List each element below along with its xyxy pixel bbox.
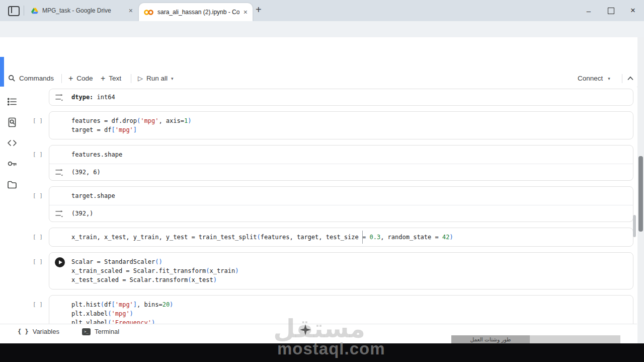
tab-close-icon[interactable]: × (244, 9, 248, 16)
output-icon[interactable] (55, 169, 64, 176)
run-all-button[interactable]: ▷ Run all ▾ (138, 70, 174, 86)
notebook-cell[interactable]: [ ]x_train, x_test, y_train, y_test = tr… (49, 228, 633, 247)
output-icon[interactable] (55, 94, 64, 101)
code-token: int64 (93, 94, 115, 101)
text-cursor (362, 231, 363, 244)
run-all-label: Run all (146, 75, 168, 82)
add-text-button[interactable]: + Text (101, 70, 121, 86)
code-token: , random_state = (380, 234, 442, 241)
code-snippets-icon[interactable] (7, 138, 17, 148)
code-token: = (362, 234, 369, 241)
code-token: x_test_scaled = Scalar.transform (71, 276, 188, 283)
code-token: x_test (191, 276, 213, 283)
collapse-header-icon[interactable] (627, 76, 634, 81)
new-tab-button[interactable]: + (256, 4, 262, 16)
code-editor[interactable]: target.shape (49, 187, 633, 205)
chevron-down-icon: ▾ (171, 76, 174, 81)
maximize-button[interactable] (600, 0, 622, 21)
notebook-cell[interactable]: [ ]Scalar = StandardScaler()x_train_scal… (49, 252, 633, 289)
close-button[interactable]: × (622, 0, 644, 21)
left-sidebar (0, 87, 25, 324)
code-token: ( (257, 234, 260, 241)
code-token: 42 (442, 234, 449, 241)
code-token: [ (111, 301, 115, 308)
code-editor[interactable]: features = df.drop('mpg', axis=1)target … (49, 112, 633, 139)
cell-execution-gutter[interactable]: [ ] (33, 234, 43, 240)
add-text-label: Text (109, 75, 121, 82)
connect-button[interactable]: Connect ▾ (578, 70, 610, 86)
braces-icon: { } (18, 328, 29, 335)
code-editor[interactable]: Scalar = StandardScaler()x_train_scaled … (49, 253, 633, 289)
add-code-button[interactable]: + Code (68, 70, 93, 86)
cell-output: dtype: int64 (49, 89, 633, 105)
code-token: ) (188, 117, 191, 124)
watermark-spark-icon (300, 324, 311, 335)
cell-execution-gutter[interactable]: [ ] (33, 258, 43, 265)
divider (24, 6, 24, 16)
code-token: () (155, 258, 162, 265)
code-token: (392, 6) (71, 169, 101, 176)
code-token: plt.xlabel (71, 310, 108, 317)
maximize-icon (608, 8, 614, 14)
code-line: plt.hist(df['mpg'], bins=20) (71, 300, 633, 309)
terminal-icon: >_ (82, 328, 91, 335)
terminal-label: Terminal (95, 328, 119, 335)
cell-execution-gutter[interactable]: [ ] (33, 117, 43, 124)
cell-execution-gutter[interactable]: [ ] (33, 301, 43, 308)
code-token: 'mpg' (115, 126, 133, 133)
tab-google-drive[interactable]: MPG_task - Google Drive × (26, 0, 138, 21)
cell-output: (392, 6) (49, 164, 633, 180)
code-token: 20 (163, 301, 170, 308)
notebook-cell[interactable]: [ ]target.shape(392,) (49, 186, 633, 222)
code-editor[interactable]: x_train, x_test, y_train, y_test = train… (49, 228, 633, 246)
browser-scrollbar-thumb[interactable] (638, 156, 643, 232)
code-token: , axis= (158, 117, 184, 124)
tab-colab[interactable]: sara_ali_hassan (2).ipynb - Colab × (139, 3, 253, 21)
code-token: target.shape (71, 192, 115, 199)
code-token: ) (449, 234, 453, 241)
code-line: features = df.drop('mpg', axis=1) (71, 116, 633, 125)
minimize-button[interactable]: – (578, 0, 600, 21)
output-icon[interactable] (55, 210, 64, 218)
tooltip-text: طور وشتات العمل (470, 336, 511, 342)
run-cell-button[interactable] (55, 257, 65, 267)
cell-output: (392,) (49, 205, 633, 222)
code-token: x_train_scaled = Scalar.fit_transform (71, 267, 206, 274)
table-of-contents-icon[interactable] (7, 97, 17, 107)
find-replace-icon[interactable] (7, 117, 17, 127)
code-token: [ (111, 126, 115, 133)
notebook-cell[interactable]: [ ]features.shape(392, 6) (49, 145, 633, 181)
terminal-button[interactable]: >_ Terminal (82, 328, 119, 335)
notebook-cell[interactable]: dtype: int64 (49, 89, 633, 106)
code-token: ) (130, 310, 133, 317)
notebook-scrollbar-thumb[interactable] (633, 215, 636, 237)
code-token: df (104, 301, 111, 308)
code-token: 'mpg' (115, 301, 133, 308)
code-line: Scalar = StandardScaler() (71, 257, 633, 266)
tab-actions-icon[interactable] (8, 6, 20, 16)
code-line: target = df['mpg'] (71, 125, 633, 134)
colab-toolbar: Commands + Code + Text ▷ Run all ▾ Conne… (0, 70, 644, 87)
code-line: x_test_scaled = Scalar.transform(x_test) (71, 275, 633, 284)
cell-execution-gutter[interactable]: [ ] (33, 151, 43, 158)
code-token: plt.ylabel (71, 319, 108, 324)
variables-button[interactable]: { } Variables (18, 328, 59, 335)
code-token: ( (101, 301, 104, 308)
commands-label: Commands (19, 75, 54, 82)
files-folder-icon[interactable] (7, 180, 17, 190)
code-token: ] (133, 301, 137, 308)
code-token: dtype: (71, 94, 93, 101)
code-token: features.shape (71, 151, 122, 158)
commands-button[interactable]: Commands (8, 70, 54, 86)
run-icon: ▷ (138, 75, 143, 82)
variables-label: Variables (33, 328, 59, 335)
tab-close-icon[interactable]: × (129, 7, 133, 14)
notebook-cell[interactable]: [ ]features = df.drop('mpg', axis=1)targ… (49, 111, 633, 139)
screen: MPG_task - Google Drive × sara_ali_hassa… (0, 0, 644, 362)
connect-label: Connect (578, 75, 603, 82)
code-token: 0.3 (369, 234, 380, 241)
secrets-key-icon[interactable] (7, 159, 17, 169)
cell-execution-gutter[interactable]: [ ] (33, 192, 43, 199)
code-token: , bins= (137, 301, 163, 308)
code-editor[interactable]: features.shape (49, 146, 633, 164)
